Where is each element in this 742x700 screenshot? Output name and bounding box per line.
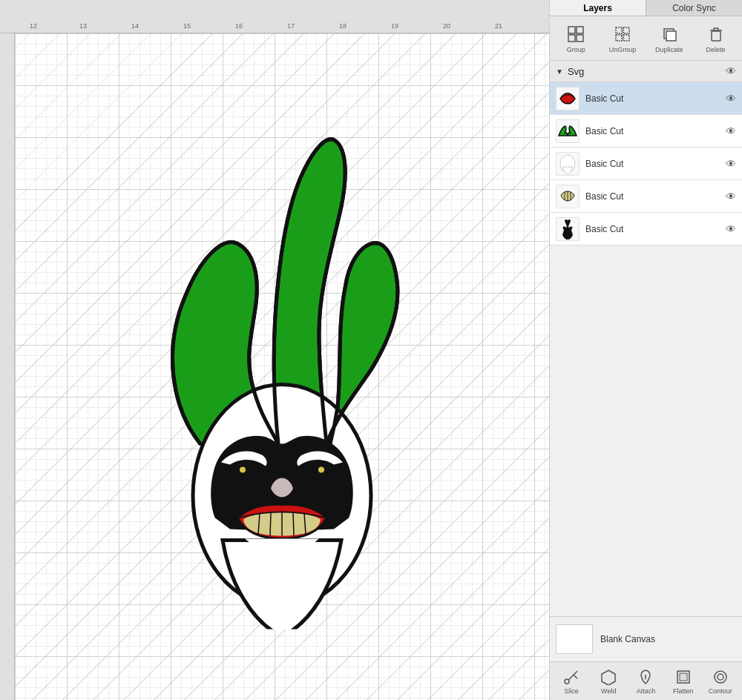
joker-svg — [141, 125, 423, 629]
layer-thumb-4 — [556, 185, 580, 208]
svg-line-4 — [270, 512, 271, 535]
ruler-mark-17: 17 — [287, 22, 295, 30]
svg-rect-33 — [680, 673, 687, 681]
layer-eye-2[interactable]: 👁 — [726, 125, 736, 137]
ungroup-icon — [612, 24, 633, 44]
group-button[interactable]: Group — [557, 21, 594, 56]
svg-point-34 — [715, 671, 726, 683]
flatten-icon — [674, 668, 692, 686]
layer-name-1: Basic Cut — [585, 93, 721, 104]
svg-line-6 — [293, 512, 294, 535]
joker-illustration — [141, 125, 423, 629]
slice-label: Slice — [564, 687, 579, 695]
ruler-mark-14: 14 — [131, 22, 139, 30]
duplicate-icon — [659, 24, 680, 44]
blank-canvas-label: Blank Canvas — [600, 634, 655, 644]
layer-item-2[interactable]: Basic Cut 👁 — [550, 115, 742, 148]
layer-item-1[interactable]: Basic Cut 👁 — [550, 82, 742, 115]
flatten-label: Flatten — [673, 687, 694, 695]
blank-canvas-thumb — [556, 624, 593, 654]
ungroup-label: UnGroup — [609, 46, 637, 53]
weld-button[interactable]: Weld — [593, 666, 624, 697]
ruler-mark-16: 16 — [235, 22, 243, 30]
layer-item-5[interactable]: Basic Cut 👁 — [550, 213, 742, 245]
tab-bar: Layers Color Sync — [550, 0, 742, 16]
svg-line-29 — [574, 675, 577, 678]
svg-rect-18 — [712, 31, 720, 41]
layer-name-4: Basic Cut — [585, 191, 721, 202]
delete-icon — [706, 24, 726, 44]
weld-label: Weld — [601, 687, 616, 695]
svg-rect-14 — [616, 35, 622, 41]
slice-button[interactable]: Slice — [556, 666, 587, 697]
layer-eye-1[interactable]: 👁 — [726, 93, 736, 105]
tab-layers[interactable]: Layers — [550, 0, 646, 16]
ruler-mark-13: 13 — [79, 22, 87, 30]
flatten-button[interactable]: Flatten — [668, 666, 699, 697]
layer-item-3[interactable]: Basic Cut 👁 — [550, 148, 742, 180]
canvas-content[interactable] — [15, 33, 549, 700]
canvas-area: 12 13 14 15 16 17 18 19 20 21 — [0, 0, 549, 700]
contour-button[interactable]: Contour — [705, 666, 736, 697]
weld-icon — [600, 668, 617, 686]
ruler-mark-12: 12 — [30, 22, 37, 30]
attach-label: Attach — [637, 687, 656, 695]
layer-item-4[interactable]: Basic Cut 👁 — [550, 180, 742, 213]
toolbar-row: Group UnGroup Duplicate Delete — [550, 16, 742, 61]
right-panel: Layers Color Sync Group UnGroup Duplicat… — [549, 0, 742, 700]
svg-rect-17 — [666, 31, 676, 41]
svg-point-1 — [240, 466, 246, 472]
layer-name-2: Basic Cut — [585, 126, 721, 136]
ruler-top: 12 13 14 15 16 17 18 19 20 21 — [0, 0, 549, 33]
layer-thumb-1 — [556, 87, 580, 110]
delete-button[interactable]: Delete — [697, 21, 735, 56]
svg-rect-9 — [577, 27, 583, 33]
bottom-toolbar: Slice Weld Attach Flatten Contour — [550, 661, 742, 700]
group-label: Group — [567, 46, 585, 53]
layer-name-3: Basic Cut — [585, 159, 721, 169]
duplicate-button[interactable]: Duplicate — [651, 21, 688, 56]
svg-group-header[interactable]: ▼ Svg 👁 — [550, 61, 742, 82]
ruler-mark-19: 19 — [391, 22, 398, 30]
contour-label: Contour — [709, 687, 732, 695]
ruler-mark-20: 20 — [443, 22, 450, 30]
blank-canvas-section[interactable]: Blank Canvas — [550, 616, 742, 661]
group-icon — [565, 24, 586, 44]
ruler-mark-15: 15 — [183, 22, 191, 30]
delete-label: Delete — [706, 46, 726, 53]
slice-icon — [562, 668, 580, 686]
ungroup-button[interactable]: UnGroup — [604, 21, 641, 56]
duplicate-label: Duplicate — [655, 46, 683, 53]
ruler-left — [0, 33, 15, 700]
svg-point-2 — [318, 466, 324, 472]
contour-icon — [712, 668, 729, 686]
tab-color-sync[interactable]: Color Sync — [646, 0, 742, 16]
ruler-mark-21: 21 — [495, 22, 502, 30]
svg-rect-15 — [623, 35, 629, 41]
svg-rect-8 — [568, 27, 575, 33]
attach-button[interactable]: Attach — [630, 666, 661, 697]
attach-icon — [637, 668, 654, 686]
layer-eye-3[interactable]: 👁 — [726, 158, 736, 170]
expand-arrow-icon: ▼ — [556, 67, 563, 76]
layer-eye-4[interactable]: 👁 — [726, 191, 736, 202]
layer-eye-5[interactable]: 👁 — [726, 223, 736, 235]
svg-line-28 — [568, 671, 577, 680]
svg-rect-10 — [568, 35, 575, 42]
svg-point-35 — [718, 674, 723, 680]
svg-rect-13 — [623, 27, 629, 33]
svg-rect-11 — [577, 35, 583, 42]
layer-thumb-5 — [556, 217, 580, 241]
layer-name-5: Basic Cut — [585, 224, 721, 234]
svg-group-label: Svg — [568, 66, 726, 77]
ruler-mark-18: 18 — [339, 22, 347, 30]
layers-list: ▼ Svg 👁 Basic Cut 👁 Basic Cut 👁 — [550, 61, 742, 616]
svg-marker-30 — [602, 670, 615, 685]
svg-group-visibility-icon[interactable]: 👁 — [726, 65, 736, 77]
layer-thumb-3 — [556, 152, 580, 176]
svg-rect-12 — [616, 27, 622, 33]
layer-thumb-2 — [556, 119, 580, 143]
